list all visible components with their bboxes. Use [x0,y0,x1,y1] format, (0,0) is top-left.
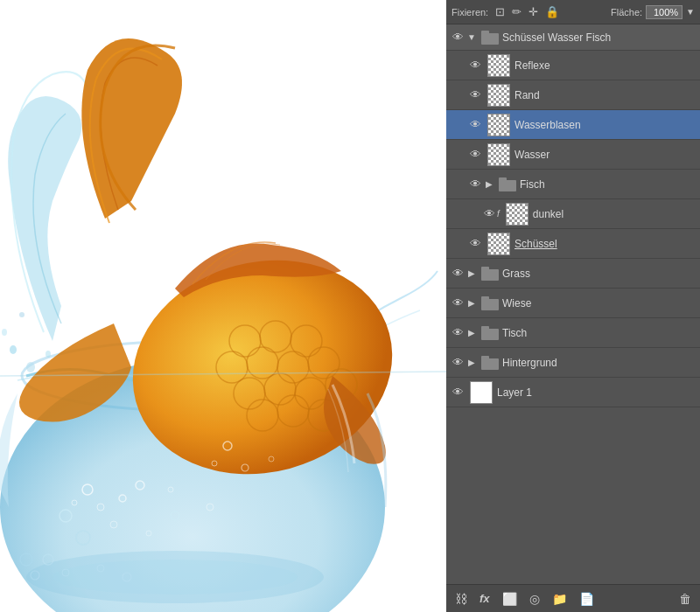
collapse-arrow-grass[interactable]: ▶ [466,268,478,280]
eye-icon-hintergrund[interactable]: 👁 [450,355,466,371]
toolbar-icons: ⊡ ✏ ✛ 🔒 [494,3,561,20]
layer-name-wasser: Wasser [514,149,696,161]
svg-rect-58 [481,326,489,330]
layer-name-wasserblasen: Wasserblasen [514,119,696,131]
eye-icon-grass[interactable]: 👁 [450,266,466,282]
svg-point-38 [52,560,298,595]
svg-point-7 [26,362,35,372]
layer-row-layer1[interactable]: 👁 Layer 1 [446,378,700,407]
eye-icon-schuessel[interactable]: 👁 [467,236,483,252]
flaeche-dropdown-icon[interactable]: ▼ [686,7,695,17]
thumb-dunkel [506,203,528,226]
svg-point-6 [19,312,24,317]
lock-all-icon[interactable]: 🔒 [543,3,561,20]
lock-pixels-icon[interactable]: ✏ [510,3,523,20]
thumb-rand [487,84,510,107]
collapse-arrow-fisch[interactable]: ▶ [483,178,495,191]
new-layer-icon[interactable]: 📄 [576,590,598,608]
layer-name-tisch: Tisch [502,327,696,339]
thumb-wasser [487,143,510,166]
svg-point-4 [10,345,17,354]
svg-point-8 [46,351,51,358]
folder-icon-wiese [481,296,499,310]
eye-icon-layer1[interactable]: 👁 [450,385,466,400]
svg-rect-50 [481,31,489,35]
flaeche-group: Fläche: 100% ▼ [611,5,695,19]
eye-icon-tisch[interactable]: 👁 [450,325,466,341]
eye-icon-wasserblasen[interactable]: 👁 [467,117,483,133]
layer-name-fisch: Fisch [520,178,696,191]
eye-icon-reflexe[interactable]: 👁 [467,58,483,73]
folder-icon-hintergrund [481,356,499,370]
layer-row-fisch[interactable]: 👁 ▶ Fisch [446,170,700,199]
thumb-layer1 [470,381,493,404]
folder-icon-grass [481,267,499,281]
panel-bottom-toolbar: ⛓ fx ⬜ ◎ 📁 📄 🗑 [446,584,700,612]
lock-move-icon[interactable]: ✛ [527,3,540,20]
layer-name-hintergrund: Hintergrund [502,357,696,369]
layers-list: 👁 ▼ Schüssel Wasser Fisch 👁 Reflexe 👁 Ra… [446,24,700,584]
layer-row-rand[interactable]: 👁 Rand [446,80,700,110]
layer-row-reflexe[interactable]: 👁 Reflexe [446,51,700,80]
svg-rect-60 [481,356,489,360]
svg-point-5 [2,329,7,336]
link-icon[interactable]: ⛓ [452,590,471,608]
layer-row-dunkel[interactable]: 👁 f dunkel [446,199,700,229]
collapse-arrow-group[interactable]: ▼ [466,31,478,44]
layer-name-schuessel: Schüssel [514,238,696,250]
fx-icon[interactable]: fx [476,590,494,607]
layer-name-grass: Grass [502,268,696,280]
thumb-wasserblasen [487,114,510,136]
layer-group-schuessel-wasser-fisch[interactable]: 👁 ▼ Schüssel Wasser Fisch [446,24,700,51]
canvas-artwork [0,0,446,612]
layers-panel: Fixieren: ⊡ ✏ ✛ 🔒 Fläche: 100% ▼ 👁 ▼ Sch… [446,0,700,612]
folder-icon-group [481,31,499,45]
group-name: Schüssel Wasser Fisch [502,31,696,44]
layer-name-reflexe: Reflexe [514,59,696,72]
svg-rect-52 [499,177,507,182]
eye-icon-fisch[interactable]: 👁 [467,177,483,192]
layer-row-schuessel[interactable]: 👁 Schüssel [446,229,700,259]
eye-icon-rand[interactable]: 👁 [467,87,483,103]
layer-name-layer1: Layer 1 [497,386,696,399]
eye-icon-wiese[interactable]: 👁 [450,296,466,311]
fx-badge-dunkel: f [497,209,500,219]
svg-rect-56 [481,296,489,301]
collapse-arrow-tisch[interactable]: ▶ [466,327,478,339]
thumb-schuessel [487,233,510,255]
eye-icon-dunkel[interactable]: 👁 [481,206,497,222]
layer-row-wasser[interactable]: 👁 Wasser [446,140,700,170]
collapse-arrow-wiese[interactable]: ▶ [466,297,478,309]
layer-row-grass[interactable]: 👁 ▶ Grass [446,259,700,289]
new-group-icon[interactable]: 📁 [549,590,570,608]
collapse-arrow-hintergrund[interactable]: ▶ [466,357,478,369]
adjustment-icon[interactable]: ◎ [526,590,543,608]
folder-icon-tisch [481,326,499,340]
layer-row-wasserblasen[interactable]: 👁 Wasserblasen [446,110,700,140]
eye-icon-group[interactable]: 👁 [450,30,466,45]
flaeche-value[interactable]: 100% [646,5,682,19]
flaeche-label: Fläche: [611,7,642,17]
fixieren-label: Fixieren: [452,7,488,17]
svg-rect-54 [481,267,489,271]
folder-icon-fisch [499,177,516,191]
layer-name-dunkel: dunkel [533,208,696,220]
mask-icon[interactable]: ⬜ [499,590,521,608]
delete-icon[interactable]: 🗑 [676,590,695,608]
eye-icon-wasser[interactable]: 👁 [467,147,483,163]
layer-row-tisch[interactable]: 👁 ▶ Tisch [446,318,700,348]
layer-name-wiese: Wiese [502,297,696,309]
thumb-reflexe [487,54,510,77]
layer-row-hintergrund[interactable]: 👁 ▶ Hintergrund [446,348,700,378]
panel-toolbar: Fixieren: ⊡ ✏ ✛ 🔒 Fläche: 100% ▼ [446,0,700,24]
layer-name-rand: Rand [514,89,696,101]
lock-position-icon[interactable]: ⊡ [494,3,507,20]
layer-row-wiese[interactable]: 👁 ▶ Wiese [446,289,700,318]
